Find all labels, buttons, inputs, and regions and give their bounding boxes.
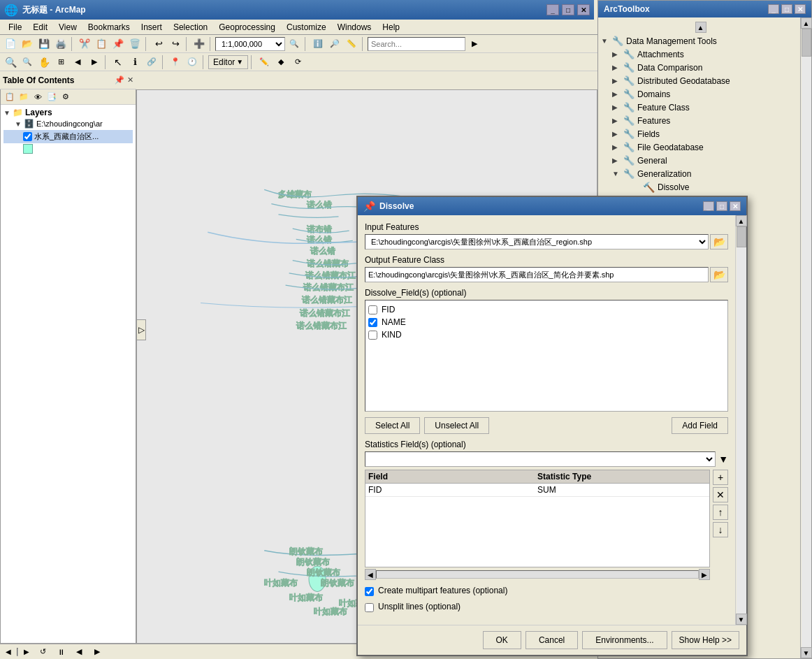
menu-help[interactable]: Help [377,21,405,34]
atb-domains[interactable]: ▶ 🔧 Domains [612,87,800,101]
environments-button[interactable]: Environments... [582,631,667,649]
add-field-btn[interactable]: Add Field [672,417,728,434]
create-multipart-checkbox[interactable] [365,587,374,596]
atb-scroll-up-btn[interactable]: ▲ [695,22,706,33]
dissolve-scroll-track[interactable] [737,226,746,614]
atb-fields[interactable]: ▶ 🔧 Fields [612,127,800,140]
hyperlink-btn[interactable]: 🔗 [144,55,159,70]
toc-pin-btn[interactable]: 📌 [115,75,124,85]
toc-drawing-order-btn[interactable]: 📑 [45,91,58,103]
field-name-checkbox[interactable] [368,318,377,327]
stats-scroll-left-btn[interactable]: ◀ [365,569,376,580]
dissolve-maximize-btn[interactable]: □ [716,201,727,211]
atb-scroll-top-btn[interactable]: ▲ [801,17,812,29]
paste-btn[interactable]: 📌 [110,36,126,52]
show-help-button[interactable]: Show Help >> [672,631,739,649]
save-btn[interactable]: 💾 [36,36,52,52]
new-btn[interactable]: 📄 [3,36,18,52]
pause-btn[interactable]: ⏸ [53,644,68,660]
zoom-in-btn[interactable]: 🔍 [3,55,18,70]
stats-move-up-btn[interactable]: ↑ [713,505,728,520]
zoom-forward-btn[interactable]: ▶ [87,55,102,70]
atb-scroll-track[interactable] [802,29,811,647]
toc-layer-group-item[interactable]: ▼ 🗄️ E:\zhoudingcong\ar [3,117,133,130]
atb-features[interactable]: ▶ 🔧 Features [612,114,800,127]
add-data-btn[interactable]: ➕ [191,36,207,52]
toc-list-view-btn[interactable]: 📋 [3,91,16,103]
menu-geoprocessing[interactable]: Geoprocessing [213,21,281,34]
output-feature-class-input[interactable] [365,267,709,282]
zoom-back-btn[interactable]: ◀ [70,55,85,70]
collapse-left-arrow[interactable]: ▷ [136,319,146,340]
unsplit-lines-checkbox[interactable] [365,603,374,612]
field-kind-item[interactable]: KIND [368,328,725,341]
menu-edit[interactable]: Edit [27,21,53,34]
menu-selection[interactable]: Selection [168,21,213,34]
atb-minimize-btn[interactable]: _ [768,4,779,14]
cancel-button[interactable]: Cancel [525,631,578,649]
dissolve-minimize-btn[interactable]: _ [703,201,714,211]
field-fid-checkbox[interactable] [368,305,377,314]
toc-close-btn[interactable]: ✕ [127,75,133,85]
redo-btn[interactable]: ↪ [168,36,183,52]
atb-general[interactable]: ▶ 🔧 General [612,154,800,167]
search-input[interactable] [368,37,465,51]
vertex-btn[interactable]: ◆ [273,55,289,70]
stats-move-down-btn[interactable]: ↓ [713,522,728,537]
pan-btn[interactable]: ✋ [36,55,52,70]
measure-btn[interactable]: 📏 [344,36,359,52]
unselect-all-btn[interactable]: Unselect All [424,417,489,434]
output-feature-class-browse-btn[interactable]: 📂 [710,267,728,282]
layer-visibility-checkbox[interactable] [23,132,32,141]
stats-add-row-btn[interactable]: + [713,470,728,485]
toc-options-btn[interactable]: ⚙ [59,91,72,103]
stats-scrollbar-track[interactable] [376,570,699,579]
stats-scroll-right-btn[interactable]: ▶ [699,569,710,580]
input-features-browse-btn[interactable]: 📂 [710,234,728,249]
dissolve-scroll-thumb[interactable] [737,226,746,247]
toc-layers-header[interactable]: ▼ 📁 Layers [3,108,133,117]
undo-btn[interactable]: ↩ [151,36,166,52]
statistics-dropdown[interactable] [365,451,716,467]
identify-btn[interactable]: ℹ️ [310,36,326,52]
stats-remove-row-btn[interactable]: ✕ [713,487,728,502]
time-btn[interactable]: 🕐 [184,55,200,70]
full-extent-btn[interactable]: ⊞ [53,55,68,70]
prev-page-btn[interactable]: ◀ [71,644,87,660]
close-button[interactable]: ✕ [577,4,590,15]
refresh-btn[interactable]: ↺ [35,644,50,660]
cut-btn[interactable]: ✂️ [77,36,92,52]
open-btn[interactable]: 📂 [20,36,35,52]
field-kind-checkbox[interactable] [368,331,377,340]
atb-scroll-thumb[interactable] [802,29,811,57]
h-scrollbar[interactable] [17,648,18,656]
menu-windows[interactable]: Windows [332,21,377,34]
atb-attachments[interactable]: ▶ 🔧 Attachments [612,48,800,61]
menu-customize[interactable]: Customize [281,21,332,34]
select-features-btn[interactable]: ↖ [110,55,126,70]
atb-data-mgmt-tools[interactable]: ▼ 🔧 Data Management Tools [601,34,800,48]
search-go-btn[interactable]: ▶ [467,36,482,52]
toc-source-view-btn[interactable]: 📁 [17,91,30,103]
identify-tool-btn[interactable]: ℹ [127,55,143,70]
menu-insert[interactable]: Insert [136,21,168,34]
zoom-out-btn[interactable]: 🔍 [20,55,35,70]
atb-generalization[interactable]: ▼ 🔧 Generalization [612,167,800,180]
scroll-right-btn[interactable]: ▶ [21,646,32,658]
scroll-left-btn[interactable]: ◀ [3,646,14,658]
zoom-whole-btn[interactable]: 🔍 [287,36,302,52]
dissolve-scroll-up-btn[interactable]: ▲ [736,215,747,226]
dissolve-close-btn[interactable]: ✕ [730,201,741,211]
atb-scroll-bottom-btn[interactable]: ▼ [801,647,812,658]
menu-bookmarks[interactable]: Bookmarks [82,21,136,34]
menu-view[interactable]: View [53,21,82,34]
reshape-btn[interactable]: ⟳ [290,55,305,70]
atb-maximize-btn[interactable]: □ [781,4,792,14]
ok-button[interactable]: OK [483,631,521,649]
next-page-btn[interactable]: ▶ [89,644,105,660]
minimize-button[interactable]: _ [546,4,559,15]
menu-file[interactable]: File [3,21,27,34]
atb-file-geodatabase[interactable]: ▶ 🔧 File Geodatabase [612,140,800,154]
atb-close-btn[interactable]: ✕ [795,4,806,14]
atb-distributed-geodatabase[interactable]: ▶ 🔧 Distributed Geodatabase [612,74,800,87]
